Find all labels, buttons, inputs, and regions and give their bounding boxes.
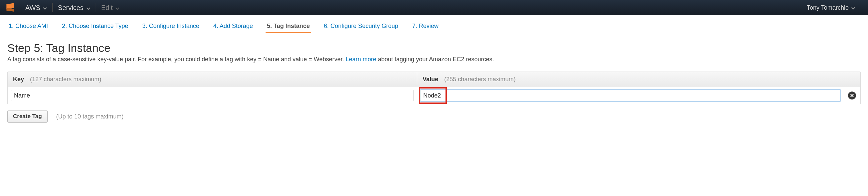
nav-aws-menu[interactable]: AWS	[21, 0, 52, 15]
nav-aws-label: AWS	[25, 4, 40, 12]
wizard-steps: 1. Choose AMI 2. Choose Instance Type 3.…	[0, 15, 868, 36]
wizard-step-review[interactable]: 7. Review	[411, 20, 440, 33]
navbar-right: Tony Tomarchio	[802, 0, 863, 15]
svg-rect-1	[6, 8, 14, 12]
wizard-step-add-storage[interactable]: 4. Add Storage	[212, 20, 254, 33]
wizard-step-choose-ami[interactable]: 1. Choose AMI	[7, 20, 49, 33]
header-key-col: Key (127 characters maximum)	[8, 76, 417, 83]
page-title: Step 5: Tag Instance	[7, 42, 861, 55]
wizard-step-choose-instance-type[interactable]: 2. Choose Instance Type	[61, 20, 130, 33]
create-tag-button[interactable]: Create Tag	[7, 110, 48, 123]
nav-edit-menu[interactable]: Edit	[97, 0, 124, 15]
header-value-note: (255 characters maximum)	[444, 76, 516, 83]
header-key-label: Key	[13, 76, 24, 83]
header-value-col: Value (255 characters maximum)	[417, 72, 844, 87]
header-value-label: Value	[423, 76, 438, 83]
nav-separator	[96, 3, 96, 12]
chevron-down-icon	[115, 4, 119, 12]
chevron-down-icon	[851, 4, 855, 11]
main-content: Step 5: Tag Instance A tag consists of a…	[0, 36, 868, 130]
nav-user-name: Tony Tomarchio	[807, 4, 849, 11]
wizard-step-tag-instance[interactable]: 5. Tag Instance	[266, 20, 311, 33]
tag-delete-cell	[844, 90, 860, 101]
page-description: A tag consists of a case-sensitive key-v…	[7, 56, 861, 63]
tag-value-input[interactable]	[420, 90, 840, 101]
tag-table-header: Key (127 characters maximum) Value (255 …	[8, 72, 860, 87]
nav-separator	[52, 3, 53, 12]
top-navbar: AWS Services Edit Tony Tomarchio	[0, 0, 868, 15]
nav-services-menu[interactable]: Services	[53, 0, 95, 15]
nav-edit-label: Edit	[101, 4, 113, 12]
chevron-down-icon	[86, 4, 90, 12]
nav-services-label: Services	[58, 4, 84, 12]
desc-prefix: A tag consists of a case-sensitive key-v…	[7, 56, 345, 63]
learn-more-link[interactable]: Learn more	[345, 56, 376, 63]
wizard-step-configure-instance[interactable]: 3. Configure Instance	[141, 20, 200, 33]
chevron-down-icon	[43, 4, 47, 12]
aws-logo-icon[interactable]	[5, 2, 16, 13]
tag-key-input[interactable]	[11, 90, 413, 101]
tag-key-cell	[8, 88, 417, 103]
nav-user-menu[interactable]: Tony Tomarchio	[802, 0, 860, 15]
close-icon	[850, 92, 854, 99]
navbar-left: AWS Services Edit	[5, 0, 124, 15]
header-delete-col	[844, 72, 860, 87]
wizard-step-configure-security-group[interactable]: 6. Configure Security Group	[322, 20, 400, 33]
tag-value-wrapper	[420, 90, 840, 101]
tag-table: Key (127 characters maximum) Value (255 …	[7, 71, 861, 104]
tag-footer: Create Tag (Up to 10 tags maximum)	[7, 110, 861, 123]
desc-suffix: about tagging your Amazon EC2 resources.	[378, 56, 494, 63]
tag-value-cell	[417, 88, 844, 103]
header-key-note: (127 characters maximum)	[30, 76, 101, 83]
tag-row	[8, 87, 860, 104]
tag-limit-note: (Up to 10 tags maximum)	[56, 113, 124, 120]
delete-tag-button[interactable]	[848, 92, 856, 99]
